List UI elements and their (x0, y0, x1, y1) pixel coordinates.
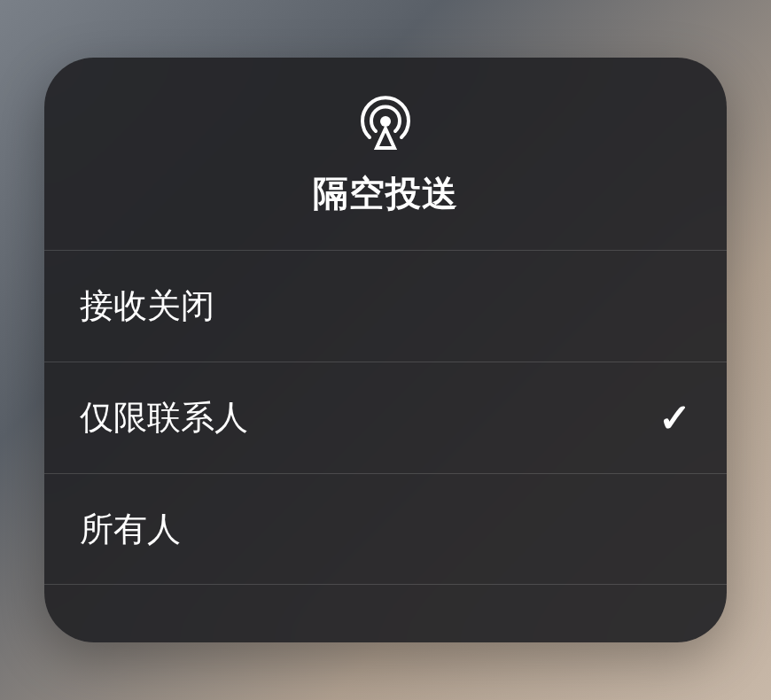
option-contacts-only[interactable]: 仅限联系人 ✓ (44, 362, 727, 473)
option-label: 所有人 (80, 507, 181, 552)
panel-header: 隔空投送 (44, 58, 727, 250)
airdrop-panel: 隔空投送 接收关闭 ✓ 仅限联系人 ✓ 所有人 ✓ (44, 58, 727, 642)
options-list: 接收关闭 ✓ 仅限联系人 ✓ 所有人 ✓ (44, 250, 727, 642)
panel-title: 隔空投送 (313, 169, 458, 218)
airdrop-icon (357, 93, 414, 150)
checkmark-icon: ✓ (658, 395, 691, 440)
option-label: 接收关闭 (80, 284, 214, 329)
option-everyone[interactable]: 所有人 ✓ (44, 473, 727, 585)
option-receiving-off[interactable]: 接收关闭 ✓ (44, 250, 727, 362)
option-label: 仅限联系人 (80, 395, 248, 440)
